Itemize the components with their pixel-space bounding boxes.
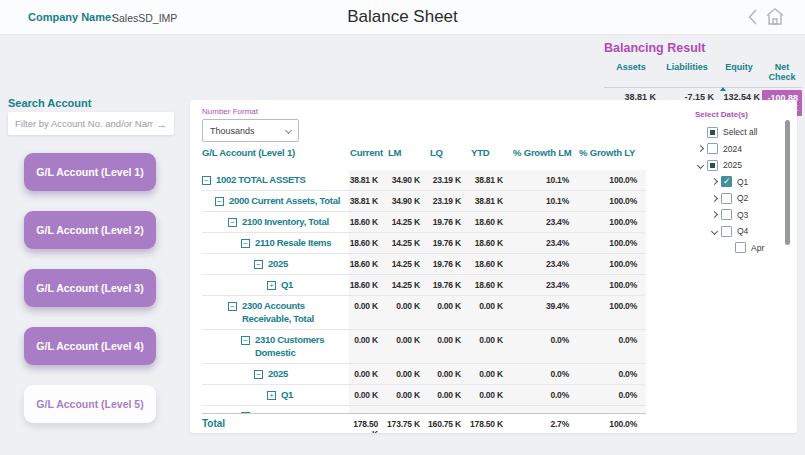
total-value-cell: 178.50 K: [349, 414, 382, 433]
value-cell: 0.00 K: [465, 406, 507, 413]
account-name[interactable]: 2025: [268, 368, 288, 381]
collapse-minus-icon[interactable]: −: [254, 370, 263, 379]
balancing-col-header-liabilities[interactable]: Liabilities: [658, 62, 716, 87]
value-cell: 0.00 K: [465, 385, 507, 405]
matrix-column-header-lm[interactable]: LM: [382, 147, 424, 169]
date-slicer-scrollbar[interactable]: [785, 120, 790, 245]
value-cell: 0.00 K: [349, 296, 382, 329]
account-name[interactable]: 2100 Inventory, Total: [242, 216, 329, 229]
value-cell: 39.4%: [507, 406, 573, 413]
date-item-label[interactable]: 2024: [723, 144, 742, 154]
date-item-label[interactable]: Q4: [737, 226, 748, 236]
gl-account-level-2-button[interactable]: G/L Account (Level 2): [24, 211, 156, 249]
matrix-column-header-growth-lm[interactable]: % Growth LM: [507, 147, 573, 169]
chevron-slot: [707, 229, 721, 234]
account-name[interactable]: Q1: [281, 279, 293, 292]
matrix-column-header-current[interactable]: Current: [349, 147, 382, 169]
unchecked-checkbox[interactable]: [721, 226, 732, 237]
row-values: 18.60 K14.25 K19.76 K18.60 K23.4%100.0%: [349, 275, 646, 295]
value-cell: 34.90 K: [382, 170, 424, 190]
balancing-col-header-assets[interactable]: Assets: [604, 62, 658, 87]
row-values: 18.60 K14.25 K19.76 K18.60 K23.4%100.0%: [349, 233, 646, 253]
checked-checkbox[interactable]: [721, 176, 732, 187]
matrix-column-header-ytd[interactable]: YTD: [465, 147, 507, 169]
chevron-slot: [693, 163, 707, 168]
account-name[interactable]: 2300 Accounts Receivable, Total: [242, 300, 349, 325]
value-cell: 14.25 K: [382, 254, 424, 274]
chevron-slot: [693, 146, 707, 151]
value-cell: 0.00 K: [465, 364, 507, 384]
value-cell: 18.60 K: [465, 275, 507, 295]
gl-account-level-1-button[interactable]: G/L Account (Level 1): [24, 153, 156, 191]
search-account-input[interactable]: Filter by Account No. and/or Name →: [8, 112, 174, 135]
collapse-minus-icon[interactable]: −: [228, 218, 237, 227]
matrix-account-column-header[interactable]: G/L Account (Level 1): [202, 147, 349, 169]
value-cell: 38.81 K: [465, 170, 507, 190]
collapse-minus-icon[interactable]: −: [241, 336, 250, 345]
gl-account-level-4-button[interactable]: G/L Account (Level 4): [24, 327, 156, 365]
chevron-down-icon[interactable]: [710, 228, 717, 235]
date-tree-item-q2: Q2: [707, 190, 785, 207]
value-cell: 19.76 K: [424, 275, 465, 295]
collapse-minus-icon[interactable]: −: [202, 176, 211, 185]
date-item-label[interactable]: 2025: [723, 160, 742, 170]
collapse-minus-icon[interactable]: −: [215, 197, 224, 206]
home-icon[interactable]: [765, 7, 785, 30]
value-cell: 18.60 K: [349, 254, 382, 274]
expand-plus-icon[interactable]: +: [267, 391, 276, 400]
value-cell: 100.0%: [573, 170, 646, 190]
unchecked-checkbox[interactable]: [707, 143, 718, 154]
collapse-minus-icon[interactable]: −: [241, 239, 250, 248]
unchecked-checkbox[interactable]: [735, 242, 746, 253]
search-arrow-icon[interactable]: →: [156, 118, 167, 130]
value-cell: 18.60 K: [465, 254, 507, 274]
value-cell: 0.0%: [507, 385, 573, 405]
value-cell: 23.4%: [507, 275, 573, 295]
partial-checkbox[interactable]: [707, 160, 718, 171]
back-chevron-icon[interactable]: [748, 9, 757, 29]
value-cell: 0.00 K: [382, 330, 424, 363]
chevron-down-icon[interactable]: [696, 162, 703, 169]
matrix-column-header-lq[interactable]: LQ: [424, 147, 465, 169]
value-cell: 23.4%: [507, 254, 573, 274]
partial-checkbox[interactable]: [707, 127, 718, 138]
account-name[interactable]: Q1: [281, 389, 293, 402]
number-format-dropdown[interactable]: Thousands: [202, 119, 299, 142]
row-values: 0.00 K0.00 K0.00 K0.00 K0.0%0.0%: [349, 330, 646, 363]
account-name[interactable]: 1002 TOTAL ASSETS: [216, 174, 306, 187]
matrix-column-header-growth-ly[interactable]: % Growth LY: [573, 147, 646, 169]
account-name[interactable]: 2310 Customers Domestic: [255, 334, 349, 359]
date-item-label[interactable]: Apr: [751, 243, 764, 253]
value-cell: 38.81 K: [349, 170, 382, 190]
collapse-minus-icon[interactable]: −: [254, 260, 263, 269]
chevron-right-icon[interactable]: [710, 178, 717, 185]
row-values: 0.00 K0.00 K0.00 K0.00 K0.0%0.0%: [349, 364, 646, 384]
balancing-col-header-net-check[interactable]: Net Check: [762, 62, 802, 87]
account-name[interactable]: 2000 Current Assets, Total: [229, 195, 340, 208]
account-name[interactable]: 2110 Resale Items: [255, 237, 331, 250]
gl-account-level-5-button[interactable]: G/L Account (Level 5): [24, 385, 156, 423]
unchecked-checkbox[interactable]: [721, 193, 732, 204]
date-item-label[interactable]: Select all: [723, 127, 758, 137]
chevron-right-icon[interactable]: [710, 211, 717, 218]
account-name[interactable]: 2025: [268, 258, 288, 271]
date-item-label[interactable]: Q1: [737, 177, 748, 187]
gl-account-level-3-button[interactable]: G/L Account (Level 3): [24, 269, 156, 307]
balance-sheet-card: Number Format Thousands G/L Account (Lev…: [190, 100, 797, 433]
value-cell: 18.60 K: [349, 212, 382, 232]
total-value-cell: 2.7%: [507, 414, 573, 433]
value-cell: 18.60 K: [349, 233, 382, 253]
collapse-minus-icon[interactable]: −: [228, 302, 237, 311]
date-slicer-tree: Select all20242025Q1Q2Q3Q4Apr: [693, 124, 785, 256]
expand-plus-icon[interactable]: +: [267, 281, 276, 290]
chevron-slot: [707, 212, 721, 217]
balancing-col-header-equity[interactable]: Equity: [716, 62, 762, 87]
value-cell: 0.0%: [573, 385, 646, 405]
date-item-label[interactable]: Q2: [737, 193, 748, 203]
date-item-label[interactable]: Q3: [737, 210, 748, 220]
chevron-right-icon[interactable]: [696, 145, 703, 152]
matrix-row-clipped: −2320 Customers Foreign0.00 K0.00 K0.00 …: [202, 406, 646, 413]
chevron-right-icon[interactable]: [710, 195, 717, 202]
value-cell: 100.0%: [573, 296, 646, 329]
unchecked-checkbox[interactable]: [721, 209, 732, 220]
